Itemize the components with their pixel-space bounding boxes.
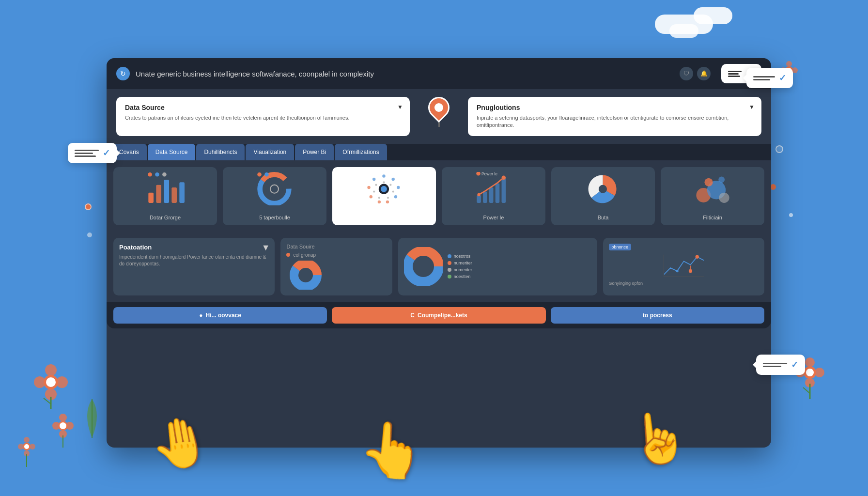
cloud-3 [669, 24, 698, 38]
bottom-card-right: obnonce Gonyinging opfon [603, 238, 764, 295]
bottom-section: ▼ Poatoation Impedendent durn hoonrgaler… [107, 238, 771, 302]
pie-chart-svg [584, 172, 622, 205]
svg-point-22 [804, 366, 816, 379]
svg-point-65 [387, 197, 389, 199]
card-bubble-label: Filticiain [703, 215, 722, 220]
lbl-grp: col gronap [293, 252, 316, 258]
lbl-data-source: Data Souire [286, 244, 386, 249]
legend-dot-3 [448, 268, 451, 272]
app-title: Unate generic business intelligence soft… [136, 70, 674, 78]
svg-point-8 [58, 421, 68, 431]
tab-dashboards[interactable]: Duhillibencts [196, 144, 245, 160]
titlebar-actions: 🛡 🔔 [680, 67, 711, 80]
svg-line-29 [803, 388, 810, 393]
svg-point-1 [45, 364, 57, 376]
tab-optimization[interactable]: Ofrmillizations [335, 144, 387, 160]
pie-chart-area [584, 172, 622, 206]
svg-point-64 [392, 191, 394, 193]
bubble-line-2 [75, 153, 93, 154]
svg-rect-40 [164, 180, 169, 203]
app-icon: ↻ [116, 67, 130, 80]
svg-point-45 [162, 172, 167, 177]
action-bar: ● Hi... oovvace C Coumpelipe...kets to p… [107, 302, 771, 328]
pin-inner-circle [434, 103, 443, 112]
titlebar-btn-shield[interactable]: 🛡 [680, 67, 693, 80]
deco-circle-2 [85, 203, 92, 210]
legend-label-1: nosotros [454, 254, 471, 259]
bubble-line-3 [75, 155, 96, 157]
tab-data-source[interactable]: Data Source [148, 144, 196, 160]
svg-point-0 [44, 375, 58, 389]
svg-point-17 [24, 450, 30, 456]
line-chart-svg: Power le [474, 172, 513, 205]
legend-item-1: nosotros [448, 254, 472, 259]
bubble-line-1 [75, 150, 99, 151]
location-pin [428, 97, 450, 127]
svg-point-54 [391, 178, 394, 181]
tab-bar: Covaris Data Source Duhillibencts Viaual… [107, 144, 771, 160]
grid-card-line[interactable]: Power le Power le [442, 167, 545, 225]
legend-dot-4 [448, 275, 451, 279]
svg-rect-73 [489, 187, 494, 203]
bubble-chart-svg [693, 172, 732, 205]
grid-card-bar[interactable]: Dotar Grorge [113, 167, 217, 225]
svg-point-3 [34, 376, 46, 388]
card-pie-label: Buta [598, 215, 609, 220]
svg-point-80 [599, 185, 607, 193]
line-chart-area: Power le [474, 172, 513, 206]
info-card-integrations-text: Inprate a sefering datasports, your floa… [477, 114, 753, 129]
svg-point-11 [52, 422, 60, 430]
svg-point-13 [60, 422, 66, 429]
btn-process[interactable]: to pocress [551, 307, 764, 324]
btn-compute[interactable]: C Coumpelipe...kets [332, 307, 545, 324]
legend-item-4: noestten [448, 274, 472, 279]
bar-chart-area [146, 172, 185, 206]
svg-rect-74 [496, 184, 500, 203]
dotted-chart-area [365, 172, 403, 206]
legend-dot-2 [448, 261, 451, 265]
btn-advanced[interactable]: ● Hi... oovvace [113, 307, 327, 324]
svg-point-56 [394, 195, 397, 198]
bottom-donut-svg [286, 261, 325, 290]
svg-point-49 [266, 181, 282, 197]
svg-point-59 [370, 195, 372, 198]
bubble-line-tr-2 [753, 79, 770, 80]
svg-point-23 [805, 357, 815, 367]
grid-card-donut[interactable]: 5 taperboulle [223, 167, 326, 225]
bubble-lines-top-right [753, 76, 775, 80]
info-card-data-source-text: Crates to patrans an of ifears eyeted in… [125, 114, 401, 122]
legend-label-4: noestten [454, 274, 471, 279]
svg-point-31 [786, 61, 792, 67]
svg-point-9 [59, 414, 67, 421]
svg-point-55 [397, 186, 400, 189]
svg-point-77 [477, 193, 480, 196]
donut-chart-svg [255, 172, 294, 205]
dotted-chart-svg [365, 172, 403, 205]
btn-process-label: to pocress [643, 312, 672, 319]
donut-chart-area [255, 172, 294, 206]
bottom-dot [286, 253, 290, 257]
grid-card-pie[interactable]: Buta [551, 167, 655, 225]
info-card-data-source-title: Data Source [125, 104, 401, 111]
svg-point-58 [378, 201, 381, 203]
svg-point-43 [148, 172, 152, 177]
bottom-card-protection[interactable]: ▼ Poatoation Impedendent durn hoonrgaler… [113, 238, 275, 295]
top-info-cards: Data Source Crates to patrans an of ifea… [107, 89, 771, 144]
svg-rect-75 [502, 178, 506, 203]
info-card-integrations-arrow: ▼ [749, 104, 755, 110]
widget-line-3 [728, 76, 740, 77]
grid-card-dotted[interactable] [332, 167, 436, 225]
svg-rect-72 [483, 192, 487, 203]
svg-point-66 [378, 197, 380, 199]
info-card-integrations[interactable]: Pnugloutions Inprate a sefering dataspor… [468, 97, 761, 136]
info-card-data-source[interactable]: Data Source Crates to patrans an of ifea… [116, 97, 410, 136]
btn-advanced-icon: ● [199, 312, 202, 319]
tab-power-bi[interactable]: Power Bi [295, 144, 334, 160]
titlebar: ↻ Unate generic business intelligence so… [107, 58, 771, 89]
tab-visualization[interactable]: Viaualization [246, 144, 294, 160]
svg-rect-41 [171, 187, 177, 203]
titlebar-btn-bell[interactable]: 🔔 [697, 67, 711, 80]
deco-circle-3 [87, 232, 92, 237]
grid-card-bubble[interactable]: Filticiain [661, 167, 764, 225]
bottom-donut-row: col gronap [286, 252, 386, 258]
